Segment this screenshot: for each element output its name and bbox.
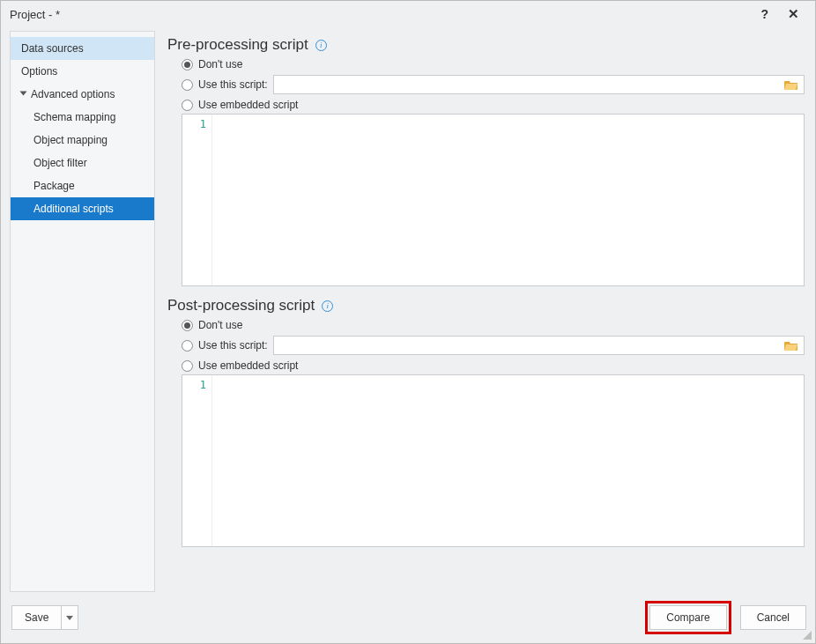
info-icon[interactable]: i bbox=[322, 300, 333, 312]
project-dialog: Project - * ? ✕ Data sources Options Adv… bbox=[0, 0, 816, 644]
help-icon[interactable]: ? bbox=[760, 7, 768, 21]
sidebar-item-label: Options bbox=[21, 65, 57, 78]
pre-processing-title-row: Pre-processing script i bbox=[167, 36, 805, 54]
compare-highlight: Compare bbox=[645, 601, 731, 634]
radio-icon bbox=[182, 100, 193, 111]
cancel-button[interactable]: Cancel bbox=[740, 605, 806, 630]
editor-gutter: 1 bbox=[182, 115, 212, 285]
titlebar: Project - * ? ✕ bbox=[1, 1, 815, 31]
post-radio-use-script[interactable]: Use this script: bbox=[167, 334, 805, 357]
footer-right: Compare Cancel bbox=[645, 601, 806, 634]
radio-label: Use embedded script bbox=[198, 99, 298, 111]
pre-radio-use-script[interactable]: Use this script: bbox=[167, 73, 805, 96]
pre-processing-section: Pre-processing script i Don't use Use th… bbox=[167, 36, 805, 286]
save-button[interactable]: Save bbox=[11, 605, 61, 630]
editor-body[interactable] bbox=[212, 375, 804, 546]
sidebar-item-advanced-options[interactable]: Advanced options bbox=[11, 83, 154, 106]
sidebar-item-label: Object mapping bbox=[33, 134, 108, 146]
radio-icon bbox=[182, 79, 193, 91]
compare-button[interactable]: Compare bbox=[649, 605, 726, 630]
sidebar-item-additional-scripts[interactable]: Additional scripts bbox=[11, 197, 154, 220]
radio-label: Use this script: bbox=[198, 78, 268, 91]
post-radio-dont-use[interactable]: Don't use bbox=[167, 316, 805, 334]
sidebar-item-label: Advanced options bbox=[31, 88, 115, 100]
pre-radio-embedded[interactable]: Use embedded script bbox=[167, 96, 805, 114]
dialog-body: Data sources Options Advanced options Sc… bbox=[1, 31, 815, 592]
window-title: Project - * bbox=[10, 8, 60, 21]
radio-icon bbox=[182, 360, 193, 372]
radio-icon bbox=[182, 320, 193, 331]
info-icon[interactable]: i bbox=[315, 40, 327, 51]
pre-embedded-editor[interactable]: 1 bbox=[182, 114, 805, 286]
content-pane: Pre-processing script i Don't use Use th… bbox=[162, 31, 806, 592]
save-dropdown-button[interactable] bbox=[61, 605, 78, 630]
sidebar-item-label: Package bbox=[33, 180, 75, 192]
sidebar-item-data-sources[interactable]: Data sources bbox=[11, 37, 154, 60]
radio-label: Use this script: bbox=[198, 339, 268, 352]
radio-icon bbox=[182, 59, 193, 70]
pre-script-path-input[interactable] bbox=[273, 75, 805, 94]
radio-label: Don't use bbox=[198, 58, 242, 70]
post-embedded-editor[interactable]: 1 bbox=[182, 374, 805, 547]
titlebar-controls: ? ✕ bbox=[760, 6, 806, 22]
sidebar-item-object-mapping[interactable]: Object mapping bbox=[11, 129, 154, 152]
editor-gutter: 1 bbox=[182, 375, 212, 546]
close-icon[interactable]: ✕ bbox=[788, 6, 799, 22]
sidebar-item-options[interactable]: Options bbox=[11, 60, 154, 83]
sidebar-item-label: Additional scripts bbox=[33, 203, 114, 215]
sidebar: Data sources Options Advanced options Sc… bbox=[10, 31, 155, 592]
sidebar-item-schema-mapping[interactable]: Schema mapping bbox=[11, 106, 154, 129]
browse-folder-icon[interactable] bbox=[784, 78, 798, 91]
pre-processing-title: Pre-processing script bbox=[167, 36, 308, 54]
post-processing-section: Post-processing script i Don't use Use t… bbox=[167, 297, 805, 547]
pre-radio-dont-use[interactable]: Don't use bbox=[167, 56, 805, 73]
save-split-button: Save bbox=[11, 605, 78, 630]
editor-body[interactable] bbox=[212, 115, 804, 285]
sidebar-item-package[interactable]: Package bbox=[11, 174, 154, 197]
sidebar-item-label: Schema mapping bbox=[33, 111, 115, 123]
sidebar-item-label: Object filter bbox=[33, 157, 87, 169]
footer: Save Compare Cancel bbox=[1, 592, 815, 643]
post-radio-embedded[interactable]: Use embedded script bbox=[167, 357, 805, 374]
browse-folder-icon[interactable] bbox=[784, 339, 798, 352]
sidebar-item-label: Data sources bbox=[21, 42, 84, 55]
radio-icon bbox=[182, 340, 193, 352]
post-processing-title-row: Post-processing script i bbox=[167, 297, 805, 315]
radio-label: Use embedded script bbox=[198, 359, 298, 372]
sidebar-item-object-filter[interactable]: Object filter bbox=[11, 152, 154, 174]
post-processing-title: Post-processing script bbox=[167, 297, 315, 315]
radio-label: Don't use bbox=[198, 319, 242, 331]
post-script-path-input[interactable] bbox=[273, 336, 805, 355]
resize-grip[interactable] bbox=[801, 629, 812, 640]
